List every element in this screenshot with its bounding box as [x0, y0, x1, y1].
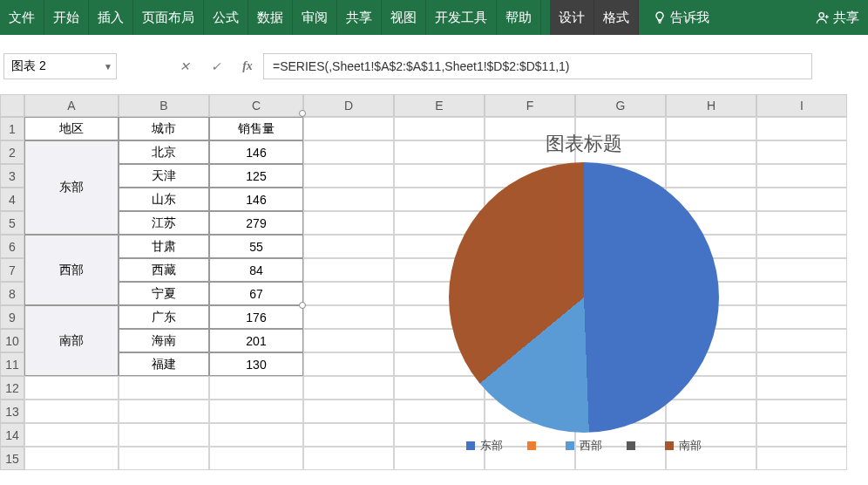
row-header-7[interactable]: 7	[0, 258, 24, 282]
cell[interactable]	[24, 400, 119, 423]
row-header-2[interactable]: 2	[0, 140, 24, 164]
row-header-3[interactable]: 3	[0, 164, 24, 188]
cell[interactable]: 北京	[119, 140, 209, 164]
chevron-down-icon[interactable]: ▼	[104, 62, 112, 72]
cell[interactable]	[119, 400, 209, 423]
row-header-9[interactable]: 9	[0, 305, 24, 329]
cell[interactable]: 城市	[119, 117, 209, 140]
region-cell[interactable]: 西部	[24, 235, 119, 305]
cell[interactable]	[24, 376, 119, 400]
region-cell[interactable]: 东部	[24, 140, 119, 235]
cancel-formula-button[interactable]: ✕	[169, 53, 200, 79]
chart-title[interactable]: 图表标题	[309, 131, 858, 157]
cell[interactable]: 84	[209, 258, 303, 282]
cell[interactable]	[209, 423, 303, 447]
pie-chart[interactable]	[449, 162, 719, 433]
formula-bar: 图表 2 ▼ ✕ ✓ fx =SERIES(,Sheet1!$A$2:$A$11…	[0, 51, 868, 82]
row-header-12[interactable]: 12	[0, 376, 24, 400]
tab-share[interactable]: 共享	[337, 0, 382, 35]
cell[interactable]: 146	[209, 140, 303, 164]
cell[interactable]	[119, 447, 209, 470]
cell[interactable]: 宁夏	[119, 282, 209, 305]
legend-item[interactable]	[627, 438, 641, 454]
cell[interactable]: 销售量	[209, 117, 303, 140]
chart-legend[interactable]: 东部西部南部	[309, 438, 858, 454]
cell[interactable]: 江苏	[119, 211, 209, 235]
cell[interactable]	[24, 447, 119, 470]
cell[interactable]: 西藏	[119, 258, 209, 282]
cell[interactable]	[209, 376, 303, 400]
tab-review[interactable]: 审阅	[293, 0, 337, 35]
cell[interactable]: 55	[209, 235, 303, 258]
legend-item[interactable]: 东部	[466, 438, 503, 454]
cell[interactable]	[209, 447, 303, 470]
legend-swatch	[466, 441, 475, 450]
share-button[interactable]: 共享	[807, 0, 868, 35]
row-header-11[interactable]: 11	[0, 352, 24, 376]
formula-input[interactable]: =SERIES(,Sheet1!$A$2:$A$11,Sheet1!$D$2:$…	[263, 53, 812, 79]
tab-page-layout[interactable]: 页面布局	[133, 0, 204, 35]
cell[interactable]: 福建	[119, 352, 209, 376]
cell[interactable]: 地区	[24, 117, 119, 140]
tab-data[interactable]: 数据	[248, 0, 293, 35]
cell[interactable]: 广东	[119, 305, 209, 329]
cell[interactable]: 125	[209, 164, 303, 188]
tab-insert[interactable]: 插入	[89, 0, 133, 35]
cell[interactable]: 201	[209, 329, 303, 352]
tab-formulas[interactable]: 公式	[204, 0, 248, 35]
cell[interactable]: 146	[209, 188, 303, 211]
row-header-10[interactable]: 10	[0, 329, 24, 352]
row-header-6[interactable]: 6	[0, 235, 24, 258]
row-header-4[interactable]: 4	[0, 188, 24, 211]
cell[interactable]: 67	[209, 282, 303, 305]
confirm-formula-button[interactable]: ✓	[200, 53, 232, 79]
row-header-13[interactable]: 13	[0, 400, 24, 423]
column-header-G[interactable]: G	[575, 94, 666, 117]
column-header-I[interactable]: I	[756, 94, 847, 117]
cell[interactable]: 海南	[119, 329, 209, 352]
column-header-A[interactable]: A	[24, 94, 119, 117]
column-header-B[interactable]: B	[119, 94, 209, 117]
column-header-F[interactable]: F	[485, 94, 575, 117]
cell[interactable]	[119, 376, 209, 400]
cell[interactable]	[119, 423, 209, 447]
tab-format[interactable]: 格式	[594, 0, 639, 35]
tab-view[interactable]: 视图	[382, 0, 426, 35]
row-header-5[interactable]: 5	[0, 211, 24, 235]
selection-handle[interactable]	[299, 110, 306, 117]
row-header-8[interactable]: 8	[0, 282, 24, 305]
cell[interactable]: 山东	[119, 188, 209, 211]
person-plus-icon	[816, 10, 830, 24]
name-box-value: 图表 2	[11, 58, 46, 74]
column-header-C[interactable]: C	[209, 94, 303, 117]
legend-item[interactable]: 南部	[665, 438, 702, 454]
name-box[interactable]: 图表 2 ▼	[3, 53, 117, 79]
legend-item[interactable]: 西部	[566, 438, 602, 454]
tab-developer[interactable]: 开发工具	[426, 0, 497, 35]
column-header-H[interactable]: H	[666, 94, 756, 117]
row-header-1[interactable]: 1	[0, 117, 24, 140]
chart[interactable]: 图表标题 东部西部南部	[309, 122, 858, 480]
selection-handle[interactable]	[299, 302, 306, 309]
tell-me[interactable]: 告诉我	[644, 0, 718, 35]
cell[interactable]: 176	[209, 305, 303, 329]
row-header-15[interactable]: 15	[0, 447, 24, 470]
row-header-14[interactable]: 14	[0, 423, 24, 447]
insert-function-button[interactable]: fx	[232, 53, 263, 79]
select-all-corner[interactable]	[0, 94, 24, 117]
cell[interactable]: 279	[209, 211, 303, 235]
column-header-D[interactable]: D	[303, 94, 394, 117]
tab-home[interactable]: 开始	[44, 0, 89, 35]
cell[interactable]	[209, 400, 303, 423]
tab-help[interactable]: 帮助	[497, 0, 541, 35]
cell[interactable]	[24, 423, 119, 447]
cell[interactable]: 甘肃	[119, 235, 209, 258]
cell[interactable]: 天津	[119, 164, 209, 188]
cell[interactable]: 130	[209, 352, 303, 376]
tab-design[interactable]: 设计	[550, 0, 594, 35]
region-cell[interactable]: 南部	[24, 305, 119, 376]
column-header-E[interactable]: E	[394, 94, 485, 117]
share-label: 共享	[833, 10, 859, 26]
legend-item[interactable]	[527, 438, 541, 454]
tab-file[interactable]: 文件	[0, 0, 44, 35]
